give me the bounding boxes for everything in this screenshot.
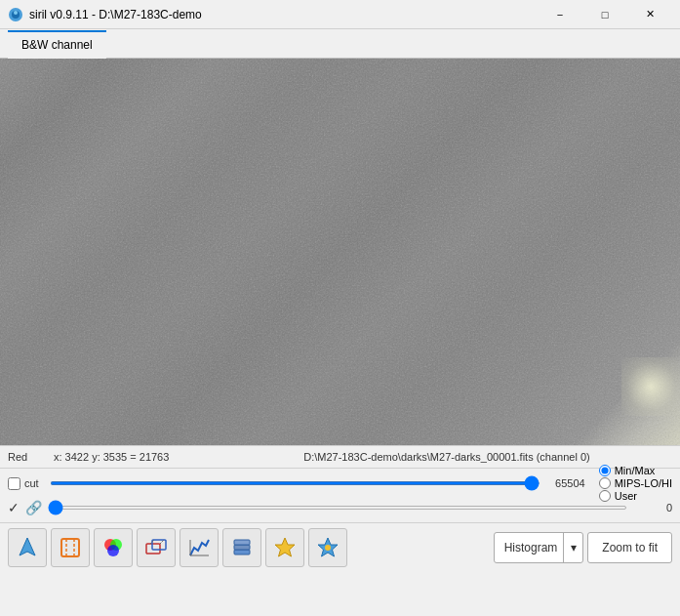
radio-mips-row: MIPS-LO/HI bbox=[599, 477, 672, 489]
cut-value: 65504 bbox=[546, 477, 585, 489]
close-button[interactable]: ✕ bbox=[627, 0, 672, 29]
histogram-dropdown-arrow[interactable]: ▾ bbox=[563, 532, 582, 563]
file-label: D:\M27-183C-demo\darks\M27-darks_00001.f… bbox=[221, 451, 672, 463]
special-tool-button[interactable] bbox=[308, 528, 347, 567]
navigate-tool-button[interactable] bbox=[8, 528, 47, 567]
svg-rect-3 bbox=[0, 59, 680, 445]
radio-mips-label: MIPS-LO/HI bbox=[615, 477, 672, 489]
radio-minmax[interactable] bbox=[599, 465, 611, 476]
maximize-button[interactable]: □ bbox=[582, 0, 627, 29]
svg-rect-18 bbox=[234, 540, 250, 545]
second-slider-row: ✓ 🔗 0 bbox=[8, 497, 672, 518]
cut-slider[interactable] bbox=[50, 481, 540, 485]
rgb-tool-button[interactable] bbox=[94, 528, 133, 567]
tab-bar: B&W channel bbox=[0, 29, 680, 59]
svg-point-11 bbox=[107, 545, 119, 556]
second-value: 0 bbox=[633, 502, 672, 513]
minimize-button[interactable]: − bbox=[538, 0, 582, 29]
status-bar: Red x: 3422 y: 3535 = 21763 D:\M27-183C-… bbox=[0, 445, 680, 469]
stack-tool-button[interactable] bbox=[222, 528, 261, 567]
svg-rect-13 bbox=[152, 540, 166, 550]
window-controls: − □ ✕ bbox=[538, 0, 672, 29]
svg-marker-19 bbox=[275, 538, 295, 556]
image-canvas bbox=[0, 59, 680, 445]
radio-mips[interactable] bbox=[599, 477, 611, 489]
cut-slider-row: cut 65504 Min/Max MIPS-LO/HI User bbox=[8, 472, 672, 494]
svg-marker-4 bbox=[20, 538, 35, 555]
tab-bw-channel[interactable]: B&W channel bbox=[8, 30, 106, 59]
bright-patch bbox=[621, 357, 680, 416]
title-bar: siril v0.9.11 - D:\M27-183C-demo − □ ✕ bbox=[0, 0, 680, 29]
select-tool-button[interactable] bbox=[51, 528, 90, 567]
image-area bbox=[0, 59, 680, 445]
channel-label: Red bbox=[8, 451, 42, 463]
histogram-button[interactable]: Histogram ▾ bbox=[494, 532, 584, 563]
second-slider[interactable] bbox=[48, 506, 627, 510]
cut-checkbox[interactable] bbox=[8, 477, 20, 490]
radio-minmax-row: Min/Max bbox=[599, 465, 672, 476]
star-tool-button[interactable] bbox=[265, 528, 304, 567]
controls-area: cut 65504 Min/Max MIPS-LO/HI User ✓ 🔗 0 bbox=[0, 469, 680, 522]
toolbar: Histogram ▾ Zoom to fit bbox=[0, 522, 680, 571]
cut-checkbox-wrapper: cut bbox=[8, 477, 44, 490]
histogram-label: Histogram bbox=[504, 541, 558, 554]
window-title: siril v0.9.11 - D:\M27-183C-demo bbox=[29, 8, 538, 21]
svg-rect-6 bbox=[61, 539, 79, 556]
coords-label: x: 3422 y: 3535 = 21763 bbox=[54, 451, 210, 463]
plot-tool-button[interactable] bbox=[180, 528, 219, 567]
check-icon[interactable]: ✓ bbox=[8, 500, 20, 515]
svg-rect-16 bbox=[234, 550, 250, 554]
app-icon bbox=[8, 7, 23, 22]
svg-rect-17 bbox=[234, 545, 250, 550]
radio-minmax-label: Min/Max bbox=[615, 465, 656, 476]
cut-label: cut bbox=[24, 477, 44, 489]
svg-rect-12 bbox=[146, 544, 160, 554]
svg-point-2 bbox=[14, 11, 18, 15]
link-icon[interactable]: 🔗 bbox=[25, 500, 42, 515]
transform-tool-button[interactable] bbox=[137, 528, 176, 567]
zoom-fit-button[interactable]: Zoom to fit bbox=[587, 532, 672, 563]
svg-point-21 bbox=[325, 545, 331, 551]
